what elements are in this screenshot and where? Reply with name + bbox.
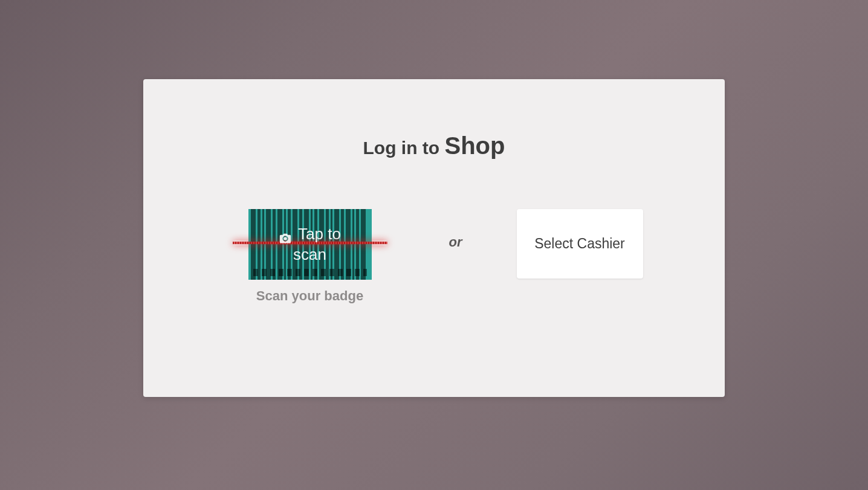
scan-badge-section: Tap to scan Scan your badge <box>225 209 395 304</box>
login-title: Log in to Shop <box>363 132 505 160</box>
or-separator: or <box>449 209 462 250</box>
login-title-prefix: Log in to <box>363 138 445 158</box>
select-cashier-button[interactable]: Select Cashier <box>517 209 643 279</box>
shop-name: Shop <box>444 132 505 159</box>
tap-to-scan-button[interactable]: Tap to scan <box>248 209 372 280</box>
tap-to-scan-label: Tap to scan <box>279 224 341 265</box>
tap-label-line2: scan <box>293 245 326 265</box>
tap-label-line1: Tap to <box>298 224 341 245</box>
barcode-dots <box>253 269 367 276</box>
login-options: Tap to scan Scan your badge or Select Ca… <box>143 209 725 304</box>
login-panel: Log in to Shop <box>143 79 725 397</box>
select-cashier-label: Select Cashier <box>534 236 625 252</box>
scan-caption: Scan your badge <box>256 288 363 304</box>
camera-icon <box>279 229 292 240</box>
